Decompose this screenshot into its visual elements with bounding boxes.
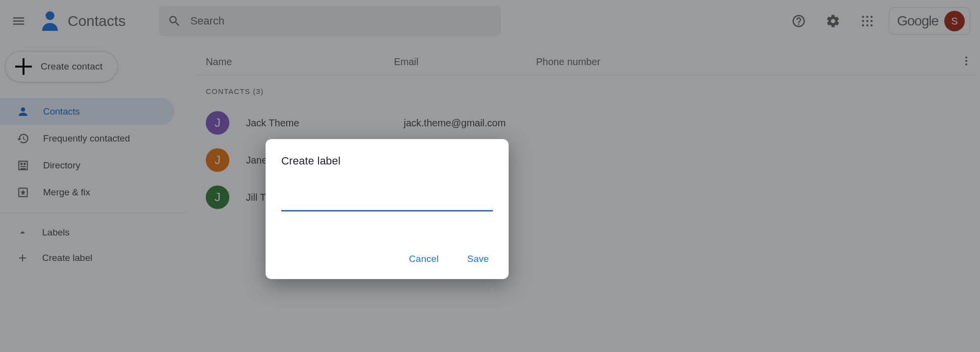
dialog-title: Create label	[281, 155, 493, 167]
cancel-button[interactable]: Cancel	[407, 250, 441, 268]
save-button[interactable]: Save	[465, 250, 491, 268]
create-label-dialog: Create label Cancel Save	[266, 139, 509, 279]
modal-overlay[interactable]: Create label Cancel Save	[0, 0, 980, 352]
dialog-actions: Cancel Save	[281, 250, 493, 268]
label-name-input[interactable]	[281, 194, 493, 211]
